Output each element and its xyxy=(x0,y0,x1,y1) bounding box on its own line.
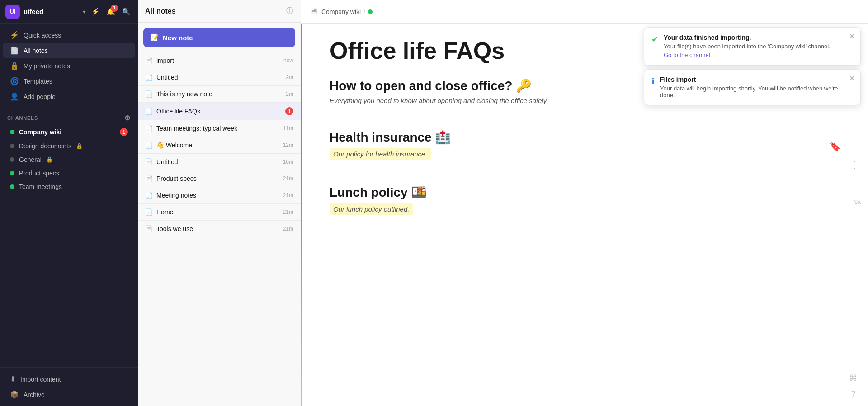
toast-body: Your file(s) have been imported into the… xyxy=(664,43,830,50)
note-item-meeting-notes[interactable]: 📄 Meeting notes 21m xyxy=(138,187,301,204)
help-icon[interactable]: ? xyxy=(851,389,855,399)
channel-dot-gray xyxy=(10,144,14,148)
search-icon[interactable]: 🔍 xyxy=(120,5,132,18)
template-icon: 🌀 xyxy=(10,77,19,85)
chevron-down-icon[interactable]: ▾ xyxy=(83,9,85,15)
note-doc-icon: 📄 xyxy=(145,192,153,199)
note-item-untitled-1[interactable]: 📄 Untitled 2m xyxy=(138,69,301,86)
channel-dot-gray xyxy=(10,157,14,162)
sa-label: Sa xyxy=(854,199,861,205)
info-icon[interactable]: ⓘ xyxy=(286,6,293,16)
note-item-my-new-note[interactable]: 📄 This is my new note 2m xyxy=(138,86,301,103)
notes-icon: 📄 xyxy=(10,46,19,55)
sidebar-item-import-content[interactable]: ⬇ Import content xyxy=(3,372,135,387)
main-content: 🖥 Company wiki / Office life FAQs ✔ Your… xyxy=(301,0,868,406)
note-item-untitled-2[interactable]: 📄 Untitled 16m xyxy=(138,154,301,170)
channel-item-design-documents[interactable]: Design documents 🔒 xyxy=(3,140,135,152)
toast-link[interactable]: Go to the channel xyxy=(664,52,710,58)
sidebar-header: Ui uifeed ▾ ⚡ 🔔 1 🔍 xyxy=(0,0,138,24)
note-item-welcome[interactable]: 📄 👋 Welcome 12m xyxy=(138,137,301,154)
note-item-office-life-faqs[interactable]: 📄 Office life FAQs 1 xyxy=(138,103,301,120)
workspace-name: uifeed xyxy=(24,8,79,15)
keyboard-shortcut-icon[interactable]: ⌘ xyxy=(849,373,857,383)
note-doc-icon: 📄 xyxy=(145,175,153,182)
main-body: Office life FAQs ✔ Your data finished im… xyxy=(301,24,868,406)
note-doc-icon: 📄 xyxy=(145,108,153,115)
header-icons: ⚡ 🔔 1 🔍 xyxy=(89,5,132,18)
note-item-product-specs[interactable]: 📄 Product specs 21m xyxy=(138,170,301,187)
breadcrumb-channel[interactable]: Company wiki xyxy=(321,8,361,15)
close-icon[interactable]: ✕ xyxy=(849,32,855,41)
toast-title: Files import xyxy=(660,76,853,83)
main-header: 🖥 Company wiki / xyxy=(301,0,868,24)
channel-label: Team meetings xyxy=(19,183,62,190)
channel-dot-green xyxy=(10,130,14,134)
channel-label: General xyxy=(19,156,42,163)
note-title: Office life FAQs xyxy=(156,108,282,115)
note-title: Untitled xyxy=(156,74,282,81)
sidebar-item-label: Add people xyxy=(24,93,56,100)
note-title: import xyxy=(156,57,280,64)
breadcrumb: Company wiki / xyxy=(321,8,373,15)
monitor-icon: 🖥 xyxy=(310,7,318,16)
more-options-icon[interactable]: ⋮ xyxy=(850,159,859,170)
bookmark-icon[interactable]: 🔖 xyxy=(830,141,841,152)
note-doc-icon: 📄 xyxy=(145,90,153,98)
new-note-icon: 📝 xyxy=(151,33,159,42)
sidebar-item-label: My private notes xyxy=(24,62,70,70)
sidebar-item-templates[interactable]: 🌀 Templates xyxy=(3,74,135,89)
note-doc-icon: 📄 xyxy=(145,125,153,132)
import-icon: ⬇ xyxy=(10,375,16,383)
bolt-icon[interactable]: ⚡ xyxy=(89,5,102,18)
channel-label: Product specs xyxy=(19,170,59,177)
note-item-home[interactable]: 📄 Home 21m xyxy=(138,204,301,221)
note-item-import[interactable]: 📄 import now xyxy=(138,52,301,69)
notification-badge: 1 xyxy=(111,5,118,12)
note-time: 12m xyxy=(283,142,293,148)
check-icon: ✔ xyxy=(651,34,658,44)
notes-header: All notes ⓘ xyxy=(138,0,301,23)
notes-panel-title: All notes xyxy=(145,7,176,15)
sidebar-item-label: Quick access xyxy=(24,32,61,39)
note-item-tools-we-use[interactable]: 📄 Tools we use 21m xyxy=(138,221,301,237)
note-badge: 1 xyxy=(285,107,293,115)
channel-item-company-wiki[interactable]: Company wiki 1 xyxy=(3,125,135,139)
notes-panel: All notes ⓘ 📝 New note 📄 import now 📄 Un… xyxy=(138,0,301,406)
new-note-button[interactable]: 📝 New note xyxy=(143,28,295,47)
section-title-lunch-policy: Lunch policy 🍱 xyxy=(330,185,846,200)
sidebar-item-quick-access[interactable]: ⚡ Quick access xyxy=(3,28,135,42)
sidebar-item-add-people[interactable]: 👤 Add people xyxy=(3,89,135,104)
left-accent-bar xyxy=(301,24,302,406)
lock-icon: 🔒 xyxy=(46,156,53,163)
channel-badge: 1 xyxy=(120,128,128,136)
channel-item-general[interactable]: General 🔒 xyxy=(3,153,135,166)
lock-icon: 🔒 xyxy=(10,61,19,70)
note-time: now xyxy=(283,57,293,64)
add-channel-icon[interactable]: ⊕ xyxy=(124,113,131,122)
sidebar-item-all-notes[interactable]: 📄 All notes xyxy=(3,43,135,58)
sidebar-item-label: Archive xyxy=(24,391,45,398)
channels-section-header: CHANNELS ⊕ xyxy=(0,108,138,125)
note-title: Home xyxy=(156,208,279,216)
close-icon[interactable]: ✕ xyxy=(849,74,855,83)
channel-dot-green xyxy=(10,184,14,189)
corner-actions: ⌘ ? xyxy=(849,373,857,399)
info-icon: ℹ xyxy=(651,76,655,86)
sidebar-item-archive[interactable]: 📦 Archive xyxy=(3,387,135,402)
breadcrumb-separator: / xyxy=(363,8,365,15)
section-subtitle-lunch-policy: Our lunch policy outlined. xyxy=(330,203,413,215)
channel-item-product-specs[interactable]: Product specs xyxy=(3,167,135,179)
section-title-health-insurance: Health insurance 🏥 xyxy=(330,130,846,145)
note-title: Tools we use xyxy=(156,225,279,232)
note-doc-icon: 📄 xyxy=(145,158,153,165)
note-time: 21m xyxy=(283,175,293,182)
sidebar-item-private-notes[interactable]: 🔒 My private notes xyxy=(3,58,135,73)
note-item-team-meetings-week[interactable]: 📄 Team meetings: typical week 11m xyxy=(138,120,301,137)
note-time: 21m xyxy=(283,226,293,232)
new-note-label: New note xyxy=(163,34,193,42)
avatar: Ui xyxy=(5,5,20,19)
cursor-icon: 🖱 xyxy=(836,32,844,42)
notification-icon[interactable]: 🔔 1 xyxy=(104,5,117,18)
toast-title: Your data finished importing. xyxy=(664,34,830,41)
channel-item-team-meetings[interactable]: Team meetings xyxy=(3,180,135,193)
